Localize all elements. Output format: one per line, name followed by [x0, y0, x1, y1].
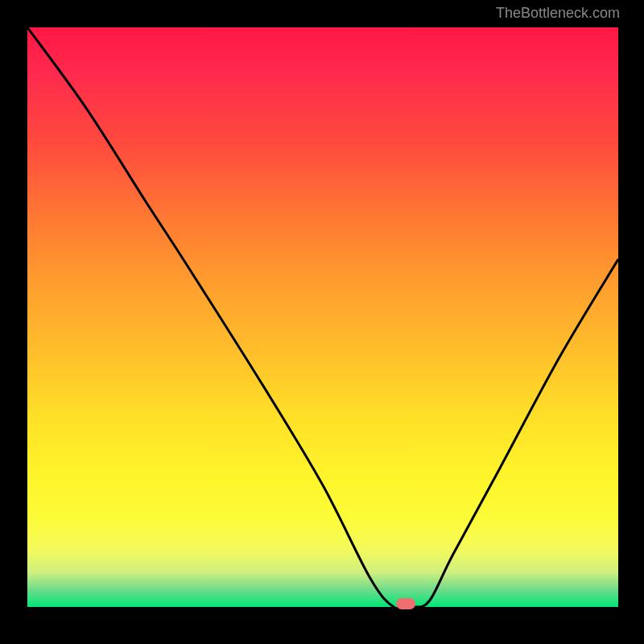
optimum-marker: [396, 598, 415, 609]
chart-frame: TheBottleneck.com: [0, 0, 644, 644]
watermark: TheBottleneck.com: [496, 5, 620, 22]
gradient-background: [27, 27, 618, 607]
plot-area: [27, 27, 618, 607]
